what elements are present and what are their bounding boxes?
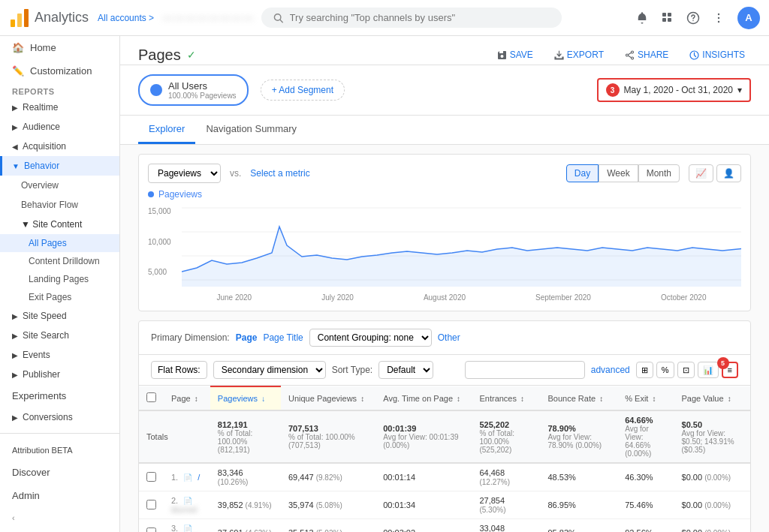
svg-line-17 <box>628 53 631 55</box>
sidebar-item-content-drilldown[interactable]: Content Drilldown <box>0 252 119 270</box>
time-btn-week[interactable]: Week <box>599 164 638 182</box>
add-segment-btn[interactable]: + Add Segment <box>261 80 345 101</box>
time-btn-day[interactable]: Day <box>566 164 599 182</box>
percent-view-btn[interactable]: % <box>656 362 674 378</box>
export-icon <box>554 50 564 60</box>
sidebar-item-realtime[interactable]: ▶ Realtime <box>0 98 119 117</box>
svg-marker-24 <box>182 227 741 287</box>
table-search-input[interactable] <box>465 361 585 379</box>
sparkline-view-btn[interactable]: 5 ≡ <box>722 362 738 378</box>
x-axis-labels: June 2020 July 2020 August 2020 Septembe… <box>182 293 741 302</box>
th-value[interactable]: Page Value ↕ <box>674 386 750 410</box>
row-page: 1. 📄 / <box>164 463 210 491</box>
sidebar-item-publisher[interactable]: ▶ Publisher <box>0 365 119 384</box>
time-btn-month[interactable]: Month <box>638 164 680 182</box>
sidebar-item-customization[interactable]: ✏️ Customization <box>0 59 119 83</box>
dim-page-title[interactable]: Page Title <box>263 332 303 343</box>
sidebar-item-site-content[interactable]: ▼ Site Content <box>0 215 119 234</box>
chart-legend: Pageviews <box>148 189 741 200</box>
sidebar-item-admin[interactable]: Admin <box>0 484 119 507</box>
insights-btn[interactable]: INSIGHTS <box>683 45 751 65</box>
tab-explorer[interactable]: Explorer <box>138 116 195 144</box>
bar-chart-btn[interactable]: 👤 <box>716 164 741 182</box>
save-btn[interactable]: SAVE <box>491 45 539 65</box>
account-selector[interactable]: All accounts > <box>98 13 154 23</box>
sidebar-item-home[interactable]: 🏠 Home <box>0 36 119 59</box>
th-avgtime[interactable]: Avg. Time on Page ↕ <box>375 386 472 410</box>
total-exit: 64.66% Avg for View: 64.66% (0.00%) <box>617 410 674 463</box>
svg-point-11 <box>718 13 719 14</box>
content-grouping-select[interactable]: Content Grouping: none <box>309 329 432 347</box>
th-page[interactable]: Page ↕ <box>164 386 210 410</box>
sidebar-item-exit-pages[interactable]: Exit Pages <box>0 288 119 306</box>
sidebar-item-attribution[interactable]: Attribution BETA <box>0 440 119 461</box>
secondary-dimension-select[interactable]: Secondary dimension <box>213 361 326 379</box>
row-unique: 35,513 (5.02%) <box>281 519 375 533</box>
sidebar-item-site-speed[interactable]: ▶ Site Speed <box>0 306 119 326</box>
apps-icon[interactable] <box>661 11 674 25</box>
sidebar-item-events[interactable]: ▶ Events <box>0 345 119 365</box>
th-bounce[interactable]: Bounce Rate ↕ <box>540 386 617 410</box>
search-input[interactable] <box>290 12 550 23</box>
row-checkbox[interactable] <box>146 527 156 533</box>
row-checkbox-cell[interactable] <box>139 491 164 519</box>
sidebar-item-experiments[interactable]: Experiments <box>0 384 119 407</box>
sidebar-item-discover[interactable]: Discover <box>0 461 119 484</box>
row-pageviews: 37,601 (4.63%) <box>210 519 281 533</box>
select-metric-link[interactable]: Select a metric <box>250 168 309 179</box>
sidebar-item-conversions[interactable]: ▶ Conversions <box>0 407 119 427</box>
avatar[interactable]: A <box>737 7 760 29</box>
chart-view-btn[interactable]: 📊 <box>698 362 719 378</box>
svg-rect-8 <box>668 18 671 22</box>
svg-rect-7 <box>662 18 666 22</box>
help-icon[interactable] <box>686 11 700 25</box>
export-btn[interactable]: EXPORT <box>548 45 610 65</box>
sidebar-item-all-pages[interactable]: All Pages <box>0 234 119 252</box>
row-checkbox[interactable] <box>146 472 156 482</box>
th-exit[interactable]: % Exit ↕ <box>617 386 674 410</box>
sidebar-item-overview[interactable]: Overview <box>0 176 119 195</box>
sidebar-item-site-search[interactable]: ▶ Site Search <box>0 326 119 345</box>
row-page: 2. 📄 blurred <box>164 491 210 519</box>
top-bar: Analytics All accounts > — — — — — — — —… <box>0 0 769 36</box>
row-pageviews: 83,346 (10.26%) <box>210 463 281 491</box>
th-entrances[interactable]: Entrances ↕ <box>472 386 540 410</box>
total-value: $0.50 Avg for View: $0.50; 143.91% ($0.3… <box>674 410 750 463</box>
sort-type-select[interactable]: Default <box>378 361 433 379</box>
sidebar-item-landing-pages[interactable]: Landing Pages <box>0 270 119 288</box>
more-icon[interactable] <box>712 11 725 25</box>
dim-page[interactable]: Page <box>236 332 258 343</box>
row-value: $0.00 (0.00%) <box>674 491 750 519</box>
share-btn[interactable]: SHARE <box>619 45 674 65</box>
row-avgtime: 00:01:34 <box>375 491 472 519</box>
th-unique[interactable]: Unique Pageviews ↕ <box>281 386 375 410</box>
sidebar-item-behavior[interactable]: ▼ Behavior <box>0 156 119 176</box>
arrow-icon: ◀ <box>12 143 18 151</box>
search-box[interactable] <box>261 8 562 28</box>
date-range-picker[interactable]: 3 May 1, 2020 - Oct 31, 2020 ▾ <box>597 78 751 102</box>
row-page: 3. 📄 blurred <box>164 519 210 533</box>
sidebar-collapse-btn[interactable]: ‹ <box>0 507 119 528</box>
notifications-icon[interactable] <box>635 11 649 25</box>
advanced-link[interactable]: advanced <box>591 365 630 375</box>
row-checkbox-cell[interactable] <box>139 519 164 533</box>
th-pageviews[interactable]: Pageviews ↓ <box>210 386 281 410</box>
page-link[interactable]: blurred <box>171 505 197 514</box>
flat-rows-btn[interactable]: Flat Rows: <box>151 361 207 379</box>
sidebar-item-acquisition[interactable]: ◀ Acquisition <box>0 137 119 156</box>
pivot-view-btn[interactable]: ⊡ <box>677 362 695 378</box>
dim-other[interactable]: Other <box>438 332 460 343</box>
page-link[interactable]: / <box>198 473 200 482</box>
row-checkbox[interactable] <box>146 500 156 509</box>
metric-select[interactable]: Pageviews <box>148 164 221 183</box>
line-chart-btn[interactable]: 📈 <box>689 164 713 182</box>
select-all-checkbox[interactable] <box>146 392 156 402</box>
segment-pill[interactable]: All Users 100.00% Pageviews <box>138 74 249 106</box>
chart-time-controls: Day Week Month <box>566 164 680 182</box>
row-checkbox-cell[interactable] <box>139 463 164 491</box>
tab-navigation-summary[interactable]: Navigation Summary <box>195 116 307 144</box>
table-view-btn[interactable]: ⊞ <box>636 362 653 378</box>
svg-rect-0 <box>11 20 15 27</box>
sidebar-item-behavior-flow[interactable]: Behavior Flow <box>0 195 119 215</box>
sidebar-item-audience[interactable]: ▶ Audience <box>0 117 119 137</box>
